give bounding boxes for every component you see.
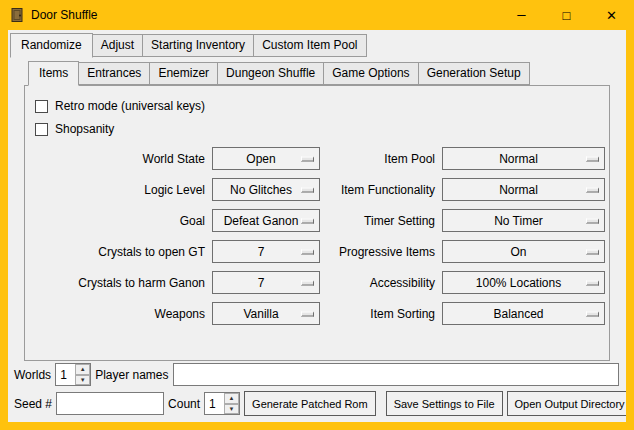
dropdown-indicator-icon [301, 280, 314, 285]
item-pool-dropdown[interactable]: Normal [442, 147, 605, 170]
crystals-gt-dropdown[interactable]: 7 [212, 240, 320, 263]
seed-label: Seed # [14, 397, 52, 411]
outer-tab-bar: Randomize Adjust Starting Inventory Cust… [10, 33, 626, 57]
spin-up-icon[interactable]: ▲ [75, 364, 90, 375]
retro-mode-label: Retro mode (universal keys) [55, 99, 205, 113]
tab-starting-inventory[interactable]: Starting Inventory [142, 34, 254, 57]
app-window: Door Shuffle – □ ✕ Randomize Adjust Star… [0, 0, 634, 430]
goal-label: Goal [33, 214, 205, 228]
seed-row: Seed # Count 1 ▲ ▼ Generate Patched Rom … [14, 391, 619, 416]
tab-adjust[interactable]: Adjust [92, 34, 143, 57]
dropdown-indicator-icon [301, 218, 314, 223]
crystals-ganon-label: Crystals to harm Ganon [33, 276, 205, 290]
progressive-items-label: Progressive Items [327, 245, 435, 259]
dropdown-indicator-icon [586, 187, 599, 192]
tab-enemizer[interactable]: Enemizer [149, 62, 218, 85]
timer-setting-label: Timer Setting [327, 214, 435, 228]
count-label: Count [168, 397, 200, 411]
items-panel: Retro mode (universal keys) Shopsanity W… [24, 85, 610, 361]
tab-randomize[interactable]: Randomize [10, 33, 93, 58]
item-pool-label: Item Pool [327, 152, 435, 166]
item-functionality-label: Item Functionality [327, 183, 435, 197]
item-sorting-label: Item Sorting [327, 307, 435, 321]
worlds-label: Worlds [14, 368, 51, 382]
minimize-button[interactable]: – [499, 0, 544, 30]
tab-items[interactable]: Items [28, 61, 79, 86]
inner-notebook: Items Entrances Enemizer Dungeon Shuffle… [24, 61, 610, 361]
crystals-ganon-dropdown[interactable]: 7 [212, 271, 320, 294]
goal-dropdown[interactable]: Defeat Ganon [212, 209, 320, 232]
shopsanity-checkbox[interactable] [35, 123, 48, 136]
accessibility-dropdown[interactable]: 100% Locations [442, 271, 605, 294]
dropdown-indicator-icon [586, 249, 599, 254]
save-settings-button[interactable]: Save Settings to File [386, 391, 503, 416]
seed-input[interactable] [56, 392, 164, 415]
door-icon [9, 7, 25, 23]
spin-down-icon[interactable]: ▼ [224, 404, 239, 415]
dropdown-indicator-icon [301, 187, 314, 192]
tab-game-options[interactable]: Game Options [323, 62, 418, 85]
tab-dungeon-shuffle[interactable]: Dungeon Shuffle [217, 62, 324, 85]
crystals-gt-label: Crystals to open GT [33, 245, 205, 259]
tab-custom-item-pool[interactable]: Custom Item Pool [253, 34, 366, 57]
client-area: Randomize Adjust Starting Inventory Cust… [8, 30, 626, 422]
weapons-dropdown[interactable]: Vanilla [212, 302, 320, 325]
world-state-dropdown[interactable]: Open [212, 147, 320, 170]
weapons-label: Weapons [33, 307, 205, 321]
retro-mode-checkbox[interactable] [35, 100, 48, 113]
shopsanity-row: Shopsanity [35, 119, 601, 139]
dropdown-indicator-icon [301, 311, 314, 316]
inner-tab-bar: Items Entrances Enemizer Dungeon Shuffle… [28, 61, 610, 85]
item-functionality-dropdown[interactable]: Normal [442, 178, 605, 201]
window-title: Door Shuffle [31, 8, 98, 22]
tab-entrances[interactable]: Entrances [78, 62, 150, 85]
retro-mode-row: Retro mode (universal keys) [35, 96, 601, 116]
spin-down-icon[interactable]: ▼ [75, 375, 90, 386]
window-controls: – □ ✕ [499, 0, 634, 30]
logic-level-label: Logic Level [33, 183, 205, 197]
dropdown-indicator-icon [586, 218, 599, 223]
dropdown-indicator-icon [301, 156, 314, 161]
titlebar[interactable]: Door Shuffle – □ ✕ [0, 0, 634, 30]
item-sorting-dropdown[interactable]: Balanced [442, 302, 605, 325]
shopsanity-label: Shopsanity [55, 122, 114, 136]
dropdown-indicator-icon [301, 249, 314, 254]
dropdown-indicator-icon [586, 156, 599, 161]
player-names-label: Player names [95, 368, 168, 382]
player-names-input[interactable] [173, 363, 620, 386]
count-spinner[interactable]: 1 ▲ ▼ [204, 392, 240, 415]
accessibility-label: Accessibility [327, 276, 435, 290]
generate-patched-rom-button[interactable]: Generate Patched Rom [244, 391, 376, 416]
spin-up-icon[interactable]: ▲ [224, 393, 239, 404]
worlds-row: Worlds 1 ▲ ▼ Player names [14, 363, 619, 386]
bottom-bar: Worlds 1 ▲ ▼ Player names Seed # Count 1 [8, 363, 626, 422]
worlds-spinner[interactable]: 1 ▲ ▼ [55, 363, 91, 386]
timer-setting-dropdown[interactable]: No Timer [442, 209, 605, 232]
settings-grid: World State Open Item Pool Normal Logic … [33, 147, 601, 325]
close-button[interactable]: ✕ [589, 0, 634, 30]
progressive-items-dropdown[interactable]: On [442, 240, 605, 263]
dropdown-indicator-icon [586, 311, 599, 316]
maximize-button[interactable]: □ [544, 0, 589, 30]
tab-generation-setup[interactable]: Generation Setup [418, 62, 530, 85]
logic-level-dropdown[interactable]: No Glitches [212, 178, 320, 201]
open-output-directory-button[interactable]: Open Output Directory [507, 391, 626, 416]
dropdown-indicator-icon [586, 280, 599, 285]
world-state-label: World State [33, 152, 205, 166]
